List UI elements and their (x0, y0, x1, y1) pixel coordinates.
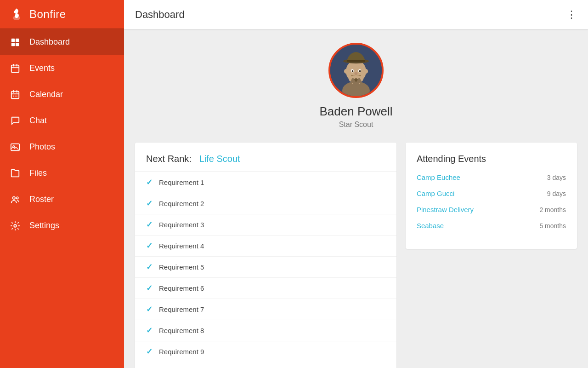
sidebar-item-dashboard-label: Dashboard (29, 37, 70, 47)
sidebar-item-photos-label: Photos (29, 142, 55, 152)
event-time: 2 months (539, 206, 566, 213)
check-icon: ✓ (146, 199, 153, 208)
sidebar-item-roster[interactable]: Roster (0, 186, 124, 213)
check-icon: ✓ (146, 347, 153, 356)
svg-point-14 (15, 95, 16, 96)
sidebar-item-files[interactable]: Files (0, 160, 124, 186)
event-time: 3 days (547, 174, 566, 181)
event-time: 5 months (539, 222, 566, 230)
profile-name: Baden Powell (320, 104, 393, 119)
requirement-row: ✓Requirement 7 (135, 299, 396, 320)
event-row: Pinestraw Delivery2 months (417, 206, 566, 213)
requirement-label: Requirement 4 (159, 242, 204, 250)
requirement-label: Requirement 3 (159, 221, 204, 229)
files-icon (9, 167, 21, 179)
sidebar-item-calendar[interactable]: Calendar (0, 81, 124, 108)
svg-point-18 (13, 196, 16, 199)
profile-section: Baden Powell Star Scout (124, 29, 588, 138)
settings-icon (9, 220, 21, 232)
event-row: Camp Gucci9 days (417, 190, 566, 197)
next-rank-title: Next Rank: Life Scout (135, 154, 396, 164)
avatar (328, 43, 384, 98)
events-list: Camp Euchee3 daysCamp Gucci9 daysPinestr… (417, 173, 566, 230)
requirements-list: ✓Requirement 1✓Requirement 2✓Requirement… (135, 172, 396, 362)
sidebar-item-dashboard[interactable]: Dashboard (0, 29, 124, 55)
requirement-row: ✓Requirement 8 (135, 320, 396, 341)
events-card: Attending Events Camp Euchee3 daysCamp G… (406, 143, 577, 249)
svg-rect-9 (11, 91, 19, 98)
requirement-label: Requirement 1 (159, 178, 204, 186)
cards-row: Next Rank: Life Scout ✓Requirement 1✓Req… (124, 138, 588, 368)
sidebar-item-roster-label: Roster (29, 195, 54, 204)
sidebar-item-events[interactable]: Events (0, 55, 124, 81)
profile-rank: Star Scout (339, 121, 373, 129)
sidebar-item-photos[interactable]: Photos (0, 134, 124, 160)
photos-icon (9, 141, 21, 153)
content-area: Baden Powell Star Scout Next Rank: Life … (124, 29, 588, 368)
requirement-row: ✓Requirement 5 (135, 256, 396, 277)
requirement-label: Requirement 2 (159, 200, 204, 207)
rank-link[interactable]: Life Scout (199, 154, 240, 164)
more-options-icon[interactable]: ⋮ (566, 9, 577, 21)
event-time: 9 days (547, 190, 566, 197)
check-icon: ✓ (146, 283, 153, 293)
svg-point-29 (352, 70, 354, 72)
dashboard-icon (9, 36, 21, 48)
svg-point-33 (364, 69, 368, 74)
requirement-label: Requirement 9 (159, 348, 204, 356)
page-title: Dashboard (135, 9, 185, 21)
svg-point-15 (17, 95, 17, 96)
event-name[interactable]: Camp Euchee (417, 173, 460, 181)
sidebar-item-chat[interactable]: Chat (0, 108, 124, 134)
svg-point-20 (14, 224, 17, 227)
svg-rect-1 (11, 38, 15, 41)
requirement-row: ✓Requirement 3 (135, 214, 396, 235)
roster-icon (9, 194, 21, 206)
next-rank-label: Next Rank: (146, 154, 192, 164)
svg-rect-26 (347, 60, 365, 62)
sidebar: Bonfire Dashboard Events Calendar Chat P… (0, 0, 124, 368)
sidebar-item-calendar-label: Calendar (29, 90, 63, 99)
requirement-row: ✓Requirement 1 (135, 172, 396, 193)
sidebar-item-settings-label: Settings (29, 221, 59, 230)
requirement-label: Requirement 5 (159, 263, 204, 271)
event-row: Camp Euchee3 days (417, 173, 566, 181)
requirement-label: Requirement 6 (159, 284, 204, 292)
sidebar-item-settings[interactable]: Settings (0, 213, 124, 239)
requirement-row: ✓Requirement 4 (135, 235, 396, 256)
events-card-title: Attending Events (417, 154, 566, 164)
check-icon: ✓ (146, 326, 153, 335)
event-name[interactable]: Seabase (417, 222, 444, 230)
sidebar-item-files-label: Files (29, 168, 47, 178)
requirement-row: ✓Requirement 9 (135, 341, 396, 362)
check-icon: ✓ (146, 241, 153, 251)
event-name[interactable]: Pinestraw Delivery (417, 206, 474, 213)
svg-rect-5 (11, 65, 19, 72)
svg-rect-3 (11, 42, 15, 46)
svg-point-31 (355, 72, 358, 75)
main-content: Dashboard ⋮ (124, 0, 588, 368)
svg-point-32 (344, 69, 348, 74)
svg-rect-2 (16, 38, 19, 41)
svg-point-30 (359, 70, 361, 72)
sidebar-header: Bonfire (0, 0, 124, 29)
check-icon: ✓ (146, 220, 153, 230)
topbar: Dashboard ⋮ (124, 0, 588, 29)
sidebar-item-chat-label: Chat (29, 116, 47, 126)
flame-icon (9, 7, 24, 22)
svg-rect-4 (16, 42, 19, 46)
event-row: Seabase5 months (417, 222, 566, 230)
check-icon: ✓ (146, 178, 153, 187)
events-icon (9, 63, 21, 75)
check-icon: ✓ (146, 262, 153, 272)
sidebar-item-events-label: Events (29, 63, 55, 73)
svg-point-13 (13, 95, 14, 96)
event-name[interactable]: Camp Gucci (417, 190, 455, 197)
calendar-icon (9, 89, 21, 101)
svg-point-19 (16, 197, 18, 199)
check-icon: ✓ (146, 305, 153, 314)
requirement-row: ✓Requirement 2 (135, 193, 396, 214)
requirement-label: Requirement 7 (159, 305, 204, 313)
requirement-label: Requirement 8 (159, 327, 204, 334)
app-title: Bonfire (29, 8, 66, 21)
